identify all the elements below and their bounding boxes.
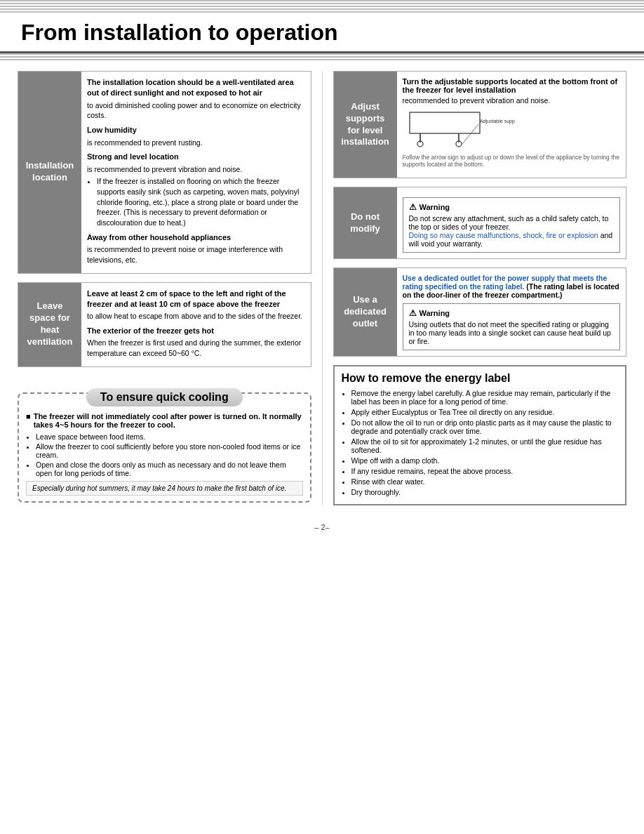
install-heading2: Low humidity bbox=[87, 125, 305, 135]
support-diagram: Adjustable support Follow the arrow sign… bbox=[403, 109, 621, 168]
installation-location-body: The installation location should be a we… bbox=[81, 72, 311, 273]
use-dedicated-outlet-warning-title: ⚠ Warning bbox=[409, 308, 615, 318]
energy-bullet8: Dry thoroughly. bbox=[351, 488, 619, 496]
page: From installation to operation Installat… bbox=[0, 0, 644, 834]
do-not-modify-section: Do not modify ⚠ Warning Do not screw any… bbox=[333, 187, 627, 259]
use-dedicated-outlet-heading: Use a dedicated outlet for the power sup… bbox=[403, 274, 621, 299]
leave-space-text1: to allow heat to escape from above and t… bbox=[87, 311, 305, 322]
energy-bullet3: Do not allow the oil to run or drip onto… bbox=[351, 418, 619, 435]
install-heading4: Away from other household appliances bbox=[87, 232, 305, 243]
leave-space-heading1: Leave at least 2 cm of space to the left… bbox=[87, 289, 305, 310]
header-stripes-bottom bbox=[0, 53, 644, 60]
quick-cooling-bullet1: Leave space between food items. bbox=[36, 432, 303, 441]
adjust-supports-label: Adjust supports for level installation bbox=[334, 72, 397, 178]
quick-cooling-bullet3: Open and close the doors only as much as… bbox=[36, 461, 303, 477]
quick-cooling-bullet2: Allow the freezer to cool sufficiently b… bbox=[36, 442, 303, 459]
install-text4: is recommended to prevent noise or image… bbox=[87, 244, 305, 265]
energy-label-content: Remove the energy label carefully. A glu… bbox=[342, 389, 619, 496]
leave-space-label: Leave space for heat ventilation bbox=[18, 283, 81, 366]
energy-bullet7: Rinse with clear water. bbox=[351, 477, 619, 486]
quick-cooling-box: To ensure quick cooling The freezer will… bbox=[18, 392, 311, 503]
installation-location-section: Installation location The installation l… bbox=[18, 71, 311, 274]
quick-cooling-note: Especially during hot summers, it may ta… bbox=[26, 481, 303, 496]
svg-text:Adjustable support: Adjustable support bbox=[480, 119, 515, 124]
energy-bullet5: Wipe off with a damp cloth. bbox=[351, 456, 619, 465]
page-title: From installation to operation bbox=[0, 13, 644, 53]
do-not-modify-warning-detail: Doing so may cause malfunctions, shock, … bbox=[409, 231, 615, 248]
adjust-heading: Turn the adjustable supports located at … bbox=[403, 77, 621, 94]
install-text3: is recommended to prevent vibration and … bbox=[87, 164, 305, 175]
energy-bullet4: Allow the oil to sit for approximately 1… bbox=[351, 437, 619, 454]
install-text1: to avoid diminished cooling power and to… bbox=[87, 100, 305, 121]
energy-bullet6: If any residue remains, repeat the above… bbox=[351, 467, 619, 475]
svg-line-6 bbox=[462, 124, 478, 144]
install-heading3: Strong and level location bbox=[87, 152, 305, 162]
do-not-modify-body: ⚠ Warning Do not screw any attachment, s… bbox=[397, 187, 626, 258]
adjust-diagram-note: Follow the arrow sign to adjust up or do… bbox=[403, 154, 621, 168]
leave-space-section: Leave space for heat ventilation Leave a… bbox=[18, 282, 311, 367]
adjust-supports-body: Turn the adjustable supports located at … bbox=[397, 72, 626, 178]
use-dedicated-outlet-label: Use a dedicated outlet bbox=[334, 268, 397, 356]
use-dedicated-outlet-warning-text: Using outlets that do not meet the speci… bbox=[409, 320, 615, 345]
do-not-modify-warning-title: ⚠ Warning bbox=[409, 202, 615, 212]
energy-label-section: How to remove the energy label Remove th… bbox=[333, 365, 627, 505]
do-not-modify-warning-text: Do not screw any attachment, such as a c… bbox=[409, 214, 615, 231]
quick-cooling-title: To ensure quick cooling bbox=[86, 388, 243, 406]
install-text2: is recommended to prevent rusting. bbox=[87, 138, 305, 148]
use-dedicated-outlet-warning: ⚠ Warning Using outlets that do not meet… bbox=[403, 303, 621, 350]
install-heading1: The installation location should be a we… bbox=[87, 77, 305, 99]
warning-triangle-icon: ⚠ bbox=[409, 202, 417, 212]
content-area: Installation location The installation l… bbox=[0, 60, 644, 516]
use-dedicated-outlet-body: Use a dedicated outlet for the power sup… bbox=[397, 268, 626, 356]
do-not-modify-label: Do not modify bbox=[334, 187, 397, 258]
do-not-modify-warning: ⚠ Warning Do not screw any attachment, s… bbox=[403, 197, 621, 253]
leave-space-text2: When the freezer is first used and durin… bbox=[87, 338, 305, 358]
energy-label-title: How to remove the energy label bbox=[342, 372, 619, 385]
adjust-supports-section: Adjust supports for level installation T… bbox=[333, 71, 627, 178]
leave-space-heading2: The exterior of the freezer gets hot bbox=[87, 326, 305, 336]
warning-triangle-icon2: ⚠ bbox=[409, 308, 417, 318]
energy-bullet2: Apply either Eucalyptus or Tea Tree oil … bbox=[351, 408, 619, 416]
use-dedicated-outlet-section: Use a dedicated outlet Use a dedicated o… bbox=[333, 267, 627, 357]
energy-bullet1: Remove the energy label carefully. A glu… bbox=[351, 389, 619, 406]
quick-cooling-main: The freezer will not immediately cool af… bbox=[26, 412, 303, 429]
svg-rect-0 bbox=[410, 112, 480, 133]
right-column: Adjust supports for level installation T… bbox=[323, 71, 627, 505]
left-column: Installation location The installation l… bbox=[18, 71, 323, 505]
leave-space-body: Leave at least 2 cm of space to the left… bbox=[81, 283, 311, 366]
support-svg: Adjustable support bbox=[403, 109, 515, 151]
installation-location-label: Installation location bbox=[18, 72, 81, 273]
header-stripes-top bbox=[0, 0, 644, 13]
adjust-text: recommended to prevent vibration and noi… bbox=[403, 96, 621, 105]
page-number: – 2– bbox=[0, 516, 644, 538]
install-bullet1: If the freezer is installed on flooring … bbox=[97, 176, 305, 227]
